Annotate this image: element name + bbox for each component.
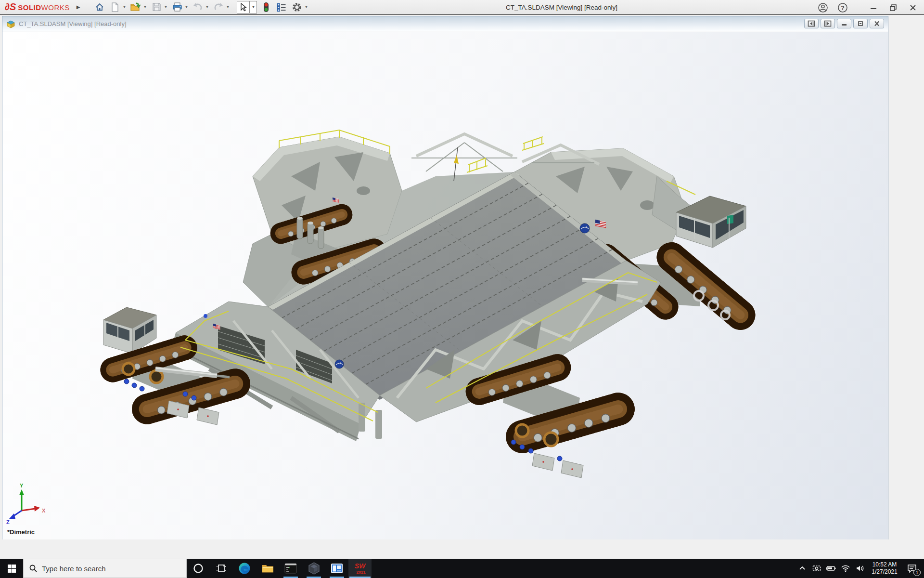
doc-close-button[interactable] — [870, 19, 884, 28]
media-app-icon — [331, 563, 343, 574]
document-title: CT_TA.SLDASM [Viewing] [Read-only] — [19, 20, 804, 27]
print-icon — [172, 2, 182, 12]
wifi-icon — [841, 565, 850, 572]
nasa-meatball-decal — [580, 223, 590, 233]
home-button[interactable] — [93, 1, 106, 13]
search-placeholder: Type here to search — [42, 565, 106, 573]
crawler-transporter-model[interactable]: Y X Z — [2, 32, 888, 539]
svg-text:?: ? — [841, 4, 844, 11]
hexagon-app-button[interactable] — [302, 559, 325, 578]
save-dropdown[interactable]: ▼ — [163, 5, 168, 9]
dassault-3ds-icon: ∂S — [5, 1, 16, 13]
options-dropdown[interactable]: ▼ — [303, 5, 309, 9]
undo-button[interactable] — [192, 1, 204, 13]
triad-x-label: X — [42, 508, 46, 513]
new-document-button[interactable] — [109, 1, 121, 13]
taskbar-clock[interactable]: 10:52 AM 1/27/2021 — [867, 561, 902, 576]
assembly-document-icon — [6, 19, 15, 28]
options-button[interactable] — [291, 1, 303, 13]
doc-minimize-button[interactable] — [837, 19, 851, 28]
redo-button[interactable] — [212, 1, 225, 13]
account-button[interactable] — [817, 1, 829, 14]
windows-taskbar: Type here to search — [0, 559, 924, 578]
minimize-button[interactable] — [867, 1, 880, 14]
solidworks-taskbar-button[interactable]: SW 2021 — [348, 559, 372, 578]
close-button[interactable] — [907, 1, 919, 14]
new-document-dropdown[interactable]: ▼ — [121, 5, 127, 9]
doc-pane-left-button[interactable] — [804, 19, 819, 28]
print-dropdown[interactable]: ▼ — [183, 5, 189, 9]
orientation-triad[interactable]: Y X Z — [6, 483, 46, 525]
svg-text:SW: SW — [355, 562, 366, 570]
save-button[interactable] — [150, 1, 163, 13]
system-tray: 10:52 AM 1/27/2021 1 — [795, 559, 924, 578]
tray-battery-button[interactable] — [824, 559, 838, 578]
file-explorer-button[interactable] — [256, 559, 279, 578]
action-center-button[interactable]: 1 — [902, 559, 922, 578]
start-button[interactable] — [0, 559, 23, 578]
open-dropdown[interactable]: ▼ — [142, 5, 148, 9]
open-button[interactable] — [129, 1, 142, 13]
redo-dropdown[interactable]: ▼ — [225, 5, 231, 9]
triad-z-label: Z — [6, 519, 10, 525]
clock-date: 1/27/2021 — [867, 568, 902, 576]
tray-wifi-button[interactable] — [838, 559, 853, 578]
terminal-icon — [284, 563, 297, 574]
graphics-viewport[interactable]: Y X Z *Dimetric — [2, 32, 888, 539]
doc-restore-button[interactable] — [853, 19, 868, 28]
taskbar-search-input[interactable]: Type here to search — [23, 559, 187, 578]
hexagon-app-icon — [308, 562, 320, 575]
triad-y-label: Y — [20, 483, 24, 488]
close-icon — [909, 3, 917, 12]
minimize-icon — [869, 3, 878, 12]
tray-chevron-button[interactable] — [795, 559, 809, 578]
chevron-up-icon — [798, 565, 806, 572]
new-document-icon — [111, 2, 119, 12]
save-icon — [152, 2, 161, 12]
svg-text:2021: 2021 — [357, 570, 366, 575]
undo-dropdown[interactable]: ▼ — [204, 5, 210, 9]
terminal-button[interactable] — [279, 559, 302, 578]
cast-display-icon — [812, 565, 821, 573]
file-properties-icon — [277, 3, 286, 12]
battery-charging-icon — [826, 565, 836, 572]
document-window: CT_TA.SLDASM [Viewing] [Read-only] — [2, 16, 888, 539]
windows-logo-icon — [8, 565, 16, 573]
print-button[interactable] — [171, 1, 183, 13]
clock-time: 10:52 AM — [867, 561, 902, 568]
solidworks-logo: ∂S SOLIDWORKS — [5, 1, 70, 13]
app-window-title: CT_TA.SLDASM [Viewing] [Read-only] — [506, 0, 617, 15]
menu-expand-arrow-icon[interactable]: ▶ — [77, 4, 80, 10]
help-button[interactable]: ? — [836, 1, 849, 14]
select-tool-button[interactable] — [237, 1, 250, 13]
restore-button[interactable] — [887, 1, 899, 14]
select-tool-dropdown[interactable]: ▼ — [250, 1, 257, 13]
volume-icon — [856, 565, 865, 572]
edge-button[interactable] — [233, 559, 256, 578]
task-view-button[interactable] — [210, 559, 233, 578]
nasa-meatball-decal-left — [335, 360, 344, 368]
task-view-icon — [216, 563, 227, 574]
search-icon — [29, 565, 37, 572]
restore-icon — [889, 3, 898, 12]
select-cursor-icon — [240, 3, 247, 12]
tray-cast-button[interactable] — [809, 559, 824, 578]
doc-close-icon — [873, 20, 881, 27]
account-icon — [818, 2, 828, 13]
doc-pane-right-button[interactable] — [821, 19, 835, 28]
cortana-icon — [193, 563, 204, 574]
doc-restore-icon — [857, 20, 864, 27]
undo-icon — [192, 3, 203, 12]
file-properties-button[interactable] — [275, 1, 288, 13]
file-explorer-icon — [262, 563, 274, 574]
rebuild-button[interactable] — [260, 1, 272, 13]
edge-icon — [238, 562, 251, 575]
pane-right-icon — [824, 20, 832, 27]
notification-badge: 1 — [913, 569, 921, 576]
document-title-bar: CT_TA.SLDASM [Viewing] [Read-only] — [2, 16, 888, 31]
help-icon: ? — [837, 2, 848, 13]
media-app-button[interactable] — [325, 559, 348, 578]
cortana-button[interactable] — [187, 559, 210, 578]
tray-volume-button[interactable] — [853, 559, 867, 578]
pane-left-icon — [808, 20, 815, 27]
